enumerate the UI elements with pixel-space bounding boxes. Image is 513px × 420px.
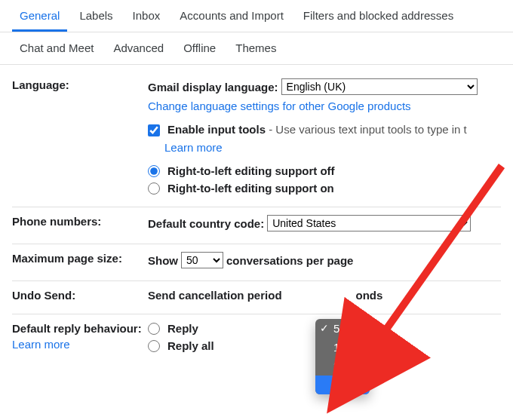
default-country-label: Default country code: [148, 217, 264, 230]
pagesize-select[interactable]: 50 [181, 252, 223, 268]
rtl-off-radio[interactable] [148, 165, 160, 177]
tab-accounts[interactable]: Accounts and Import [172, 0, 291, 32]
reply-label: Default reply behaviour: [12, 322, 148, 335]
reply-option: Reply [167, 322, 198, 335]
row-phone: Phone numbers: Default country code: Uni… [12, 207, 501, 244]
country-code-select[interactable]: United States [267, 215, 471, 231]
reply-all-radio[interactable] [148, 340, 160, 352]
row-pagesize: Maximum page size: Show 50 conversations… [12, 244, 501, 281]
reply-learn-more[interactable]: Learn more [12, 338, 148, 351]
undo-prefix: Send cancellation period [148, 289, 282, 302]
input-tools-learn-more[interactable]: Learn more [164, 141, 223, 154]
tab-themes[interactable]: Themes [228, 32, 284, 64]
display-language-label: Gmail display language: [148, 81, 278, 94]
undo-send-dropdown[interactable]: ✓ 5 10 20 30 [315, 319, 370, 394]
tab-offline[interactable]: Offline [176, 32, 223, 64]
undo-option-5[interactable]: ✓ 5 [315, 319, 370, 338]
undo-option-20[interactable]: 20 [315, 357, 370, 376]
enable-input-tools-checkbox[interactable] [148, 124, 160, 136]
check-icon: ✓ [320, 322, 329, 334]
tab-labels[interactable]: Labels [72, 0, 120, 32]
undo-option-10[interactable]: 10 [315, 338, 370, 357]
tab-general[interactable]: General [12, 0, 67, 32]
rtl-on-radio[interactable] [148, 182, 160, 195]
language-label: Language: [12, 78, 148, 91]
display-language-select[interactable]: English (UK) [281, 78, 478, 95]
undo-label: Undo Send: [12, 289, 148, 302]
tab-filters[interactable]: Filters and blocked addresses [296, 0, 461, 32]
tab-inbox[interactable]: Inbox [125, 0, 168, 32]
pagesize-label: Maximum page size: [12, 252, 148, 265]
row-language: Language: Gmail display language: Englis… [12, 71, 501, 207]
reply-radio[interactable] [148, 323, 160, 335]
row-reply: Default reply behaviour: Learn more Repl… [12, 314, 501, 357]
tab-chat-meet[interactable]: Chat and Meet [12, 32, 101, 64]
reply-all-option: Reply all [167, 339, 214, 352]
settings-tabs-row2: Chat and Meet Advanced Offline Themes [0, 32, 513, 65]
settings-tabs-row1: General Labels Inbox Accounts and Import… [0, 0, 513, 32]
rtl-off-label: Right-to-left editing support off [167, 164, 335, 177]
pagesize-suffix: conversations per page [226, 254, 353, 267]
row-undo: Undo Send: Send cancellation period onds [12, 281, 501, 314]
undo-option-30[interactable]: 30 [315, 376, 370, 394]
change-language-link[interactable]: Change language settings for other Googl… [148, 100, 411, 112]
pagesize-show: Show [148, 254, 178, 267]
tab-advanced[interactable]: Advanced [106, 32, 171, 64]
settings-body: Language: Gmail display language: Englis… [0, 65, 513, 357]
phone-label: Phone numbers: [12, 215, 148, 228]
enable-input-tools-label: Enable input tools [167, 123, 266, 136]
rtl-on-label: Right-to-left editing support on [167, 182, 334, 195]
undo-suffix: onds [356, 289, 383, 302]
enable-input-tools-desc: - Use various text input tools to type i… [266, 123, 467, 136]
